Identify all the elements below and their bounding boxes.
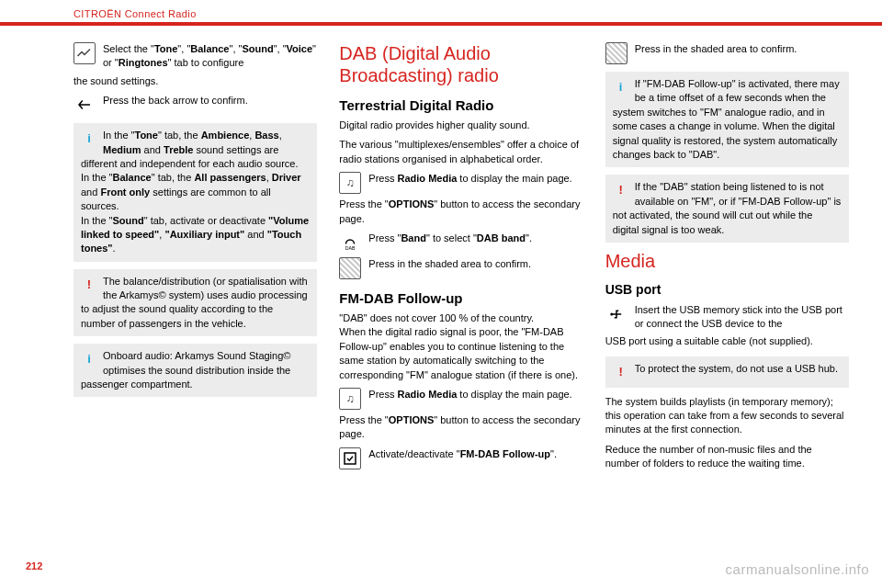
para-radio-media-1: ♫ Press Radio Media to display the main … [339,172,582,194]
para-tone-select: Select the "Tone", "Balance", "Sound", "… [74,42,317,71]
warning-icon: ! [613,364,629,380]
music-note-icon: ♫ [339,172,361,194]
body-text: Press in the shaded area to confirm. [368,257,531,271]
note-text: If "FM-DAB Follow-up" is activated, ther… [613,78,840,160]
svg-rect-1 [345,453,356,464]
para-usb-insert: Insert the USB memory stick into the USB… [605,303,849,332]
body-text: the sound settings. [74,74,317,88]
body-text: The various "multiplexes/ensembles" offe… [339,138,582,166]
column-middle: DAB (Digital Audio Broadcasting) radio T… [339,42,582,477]
checkbox-edit-icon [339,447,361,469]
column-right: Press in the shaded area to confirm. i I… [605,42,849,477]
body-text: Press Radio Media to display the main pa… [368,172,571,186]
note-text: In the "Tone" tab, the Ambience, Bass, M… [81,130,309,254]
music-note-icon: ♫ [339,388,361,410]
body-text: Reduce the number of non-music files and… [605,443,849,471]
body-text: Press the "OPTIONS" button to access the… [339,198,582,226]
body-text: Press in the shaded area to confirm. [635,42,797,56]
info-note-tone: i In the "Tone" tab, the Ambience, Bass,… [74,123,317,262]
section-heading-dab: DAB (Digital Audio Broadcasting) radio [339,42,582,86]
para-band: DAB Press "Band" to select "DAB band". [339,232,582,254]
body-text: Press "Band" to select "DAB band". [368,232,532,245]
warning-usb-hub: ! To protect the system, do not use a US… [605,356,849,388]
para-shaded-confirm-2: Press in the shaded area to confirm. [605,42,849,64]
info-icon: i [81,351,97,368]
header-title: CITROËN Connect Radio [74,8,197,19]
subheading-fmdab: FM-DAB Follow-up [339,288,582,308]
warning-text: To protect the system, do not use a USB … [635,363,838,374]
body-text: Insert the USB memory stick into the USB… [635,303,849,332]
shaded-area-icon [339,257,361,279]
note-text: Onboard audio: Arkamys Sound Staging© op… [81,350,290,390]
column-left: Select the "Tone", "Balance", "Sound", "… [74,42,317,477]
body-text: "DAB" does not cover 100 % of the countr… [339,311,582,382]
info-note-followup-offset: i If "FM-DAB Follow-up" is activated, th… [605,72,849,167]
info-note-onboard-audio: i Onboard audio: Arkamys Sound Staging© … [74,344,317,397]
info-icon: i [81,130,97,147]
warning-arkamys: ! The balance/distribution (or spatialis… [74,269,317,337]
warning-icon: ! [613,182,629,198]
subheading-usb: USB port [605,281,849,300]
para-radio-media-2: ♫ Press Radio Media to display the main … [339,388,582,410]
svg-text:DAB: DAB [345,244,356,250]
body-text: Press the "OPTIONS" button to access the… [339,413,582,442]
body-text: Press Radio Media to display the main pa… [368,388,571,401]
warning-icon: ! [81,277,97,293]
para-shaded-confirm-1: Press in the shaded area to confirm. [339,257,582,279]
dab-icon: DAB [339,232,361,254]
body-text: Select the "Tone", "Balance", "Sound", "… [103,42,317,71]
para-back-arrow: Press the back arrow to confirm. [74,94,317,116]
subheading-terrestrial: Terrestrial Digital Radio [339,96,582,115]
page-columns: Select the "Tone", "Balance", "Sound", "… [0,26,882,477]
info-icon: i [613,79,629,96]
watermark: carmanualsonline.info [726,560,869,579]
warning-dab-unavailable: ! If the "DAB" station being listened to… [605,175,849,243]
shaded-area-icon [605,42,628,64]
header-bar: CITROËN Connect Radio [0,0,882,26]
equalizer-icon [74,42,96,64]
body-text: Activate/deactivate "FM-DAB Follow-up". [368,447,557,461]
body-text: USB port using a suitable cable (not sup… [605,334,849,348]
warning-text: The balance/distribution (or spatialisat… [81,276,308,329]
usb-icon [605,303,628,325]
para-activate-followup: Activate/deactivate "FM-DAB Follow-up". [339,447,582,469]
section-heading-media: Media [605,250,849,272]
body-text: Digital radio provides higher quality so… [339,119,582,132]
back-arrow-icon [74,94,96,116]
page-number: 212 [26,560,42,573]
body-text: The system builds playlists (in temporar… [605,395,849,437]
body-text: Press the back arrow to confirm. [103,94,248,107]
warning-text: If the "DAB" station being listened to i… [613,181,842,234]
